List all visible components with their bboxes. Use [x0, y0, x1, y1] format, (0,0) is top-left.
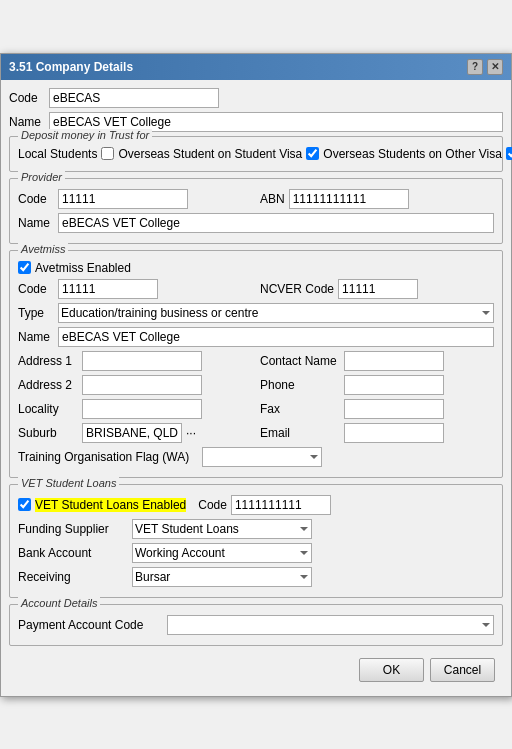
vet-receiving-select[interactable]: Bursar [132, 567, 312, 587]
avetmiss-suburb-col: Suburb ··· [18, 423, 252, 443]
provider-code-input[interactable] [58, 189, 188, 209]
provider-code-label: Code [18, 192, 54, 206]
avetmiss-suburb-input[interactable] [82, 423, 182, 443]
provider-code-col: Code [18, 189, 252, 209]
avetmiss-email-input[interactable] [344, 423, 444, 443]
cancel-button[interactable]: Cancel [430, 658, 495, 682]
vet-enabled-row: VET Student Loans Enabled Code [18, 495, 494, 515]
provider-abn-input[interactable] [289, 189, 409, 209]
avetmiss-enabled-checkbox[interactable] [18, 261, 31, 274]
overseas-other-label: Overseas Students on Other Visa [323, 147, 502, 161]
avetmiss-phone-input[interactable] [344, 375, 444, 395]
ok-button[interactable]: OK [359, 658, 424, 682]
provider-name-row: Name [18, 213, 494, 233]
vet-receiving-label: Receiving [18, 570, 128, 584]
provider-abn-col: ABN [260, 189, 494, 209]
account-label: Account Details [18, 597, 100, 609]
avetmiss-flag-select[interactable] [202, 447, 322, 467]
avetmiss-flag-row: Training Organisation Flag (WA) [18, 447, 494, 467]
avetmiss-name-row: Name [18, 327, 494, 347]
avetmiss-code-label: Code [18, 282, 54, 296]
overseas-visa-label: Overseas Student on Student Visa [118, 147, 302, 161]
avetmiss-addr1-row: Address 1 Contact Name [18, 351, 494, 371]
title-bar: 3.51 Company Details ? ✕ [1, 54, 511, 80]
avetmiss-group: Avetmiss Avetmiss Enabled Code NCVER Cod… [9, 250, 503, 478]
avetmiss-ncver-input[interactable] [338, 279, 418, 299]
deposit-label: Deposit money in Trust for [18, 129, 152, 141]
avetmiss-phone-label: Phone [260, 378, 340, 392]
close-button[interactable]: ✕ [487, 59, 503, 75]
avetmiss-suburb-label: Suburb [18, 426, 78, 440]
avetmiss-locality-input[interactable] [82, 399, 202, 419]
avetmiss-email-label: Email [260, 426, 340, 440]
payment-code-select[interactable] [167, 615, 494, 635]
provider-name-label: Name [18, 216, 54, 230]
provider-code-row: Code ABN [18, 189, 494, 209]
avetmiss-enabled-row: Avetmiss Enabled [18, 261, 494, 275]
avetmiss-code-col: Code [18, 279, 252, 299]
avetmiss-enabled-label: Avetmiss Enabled [35, 261, 131, 275]
avetmiss-fax-label: Fax [260, 402, 340, 416]
avetmiss-phone-col: Phone [260, 375, 494, 395]
code-label: Code [9, 91, 45, 105]
vet-enabled-label: VET Student Loans Enabled [35, 498, 186, 512]
avetmiss-suburb-row: Suburb ··· Email [18, 423, 494, 443]
vet-funding-label: Funding Supplier [18, 522, 128, 536]
avetmiss-code-input[interactable] [58, 279, 158, 299]
vet-bank-label: Bank Account [18, 546, 128, 560]
code-input[interactable] [49, 88, 219, 108]
avetmiss-name-label: Name [18, 330, 54, 344]
avetmiss-fax-input[interactable] [344, 399, 444, 419]
avetmiss-ncver-col: NCVER Code [260, 279, 494, 299]
vet-code-input[interactable] [231, 495, 331, 515]
avetmiss-addr2-col: Address 2 [18, 375, 252, 395]
help-button[interactable]: ? [467, 59, 483, 75]
overseas-other-checkbox[interactable] [506, 147, 512, 160]
title-bar-buttons: ? ✕ [467, 59, 503, 75]
account-group: Account Details Payment Account Code [9, 604, 503, 646]
avetmiss-contact-col: Contact Name [260, 351, 494, 371]
bottom-buttons: OK Cancel [9, 652, 503, 688]
avetmiss-type-label: Type [18, 306, 54, 320]
payment-code-row: Payment Account Code [18, 615, 494, 635]
vet-receiving-row: Receiving Bursar [18, 567, 494, 587]
avetmiss-locality-label: Locality [18, 402, 78, 416]
name-label: Name [9, 115, 45, 129]
vet-enabled-checkbox[interactable] [18, 498, 31, 511]
avetmiss-name-input[interactable] [58, 327, 494, 347]
deposit-group: Deposit money in Trust for Local Student… [9, 136, 503, 172]
avetmiss-email-col: Email [260, 423, 494, 443]
vet-bank-select[interactable]: Working Account [132, 543, 312, 563]
company-details-dialog: 3.51 Company Details ? ✕ Code Name Depos… [0, 53, 512, 697]
avetmiss-addr2-input[interactable] [82, 375, 202, 395]
deposit-row: Local Students Overseas Student on Stude… [18, 147, 494, 161]
payment-code-label: Payment Account Code [18, 618, 163, 632]
provider-abn-label: ABN [260, 192, 285, 206]
suburb-dots[interactable]: ··· [186, 426, 196, 440]
vet-funding-select[interactable]: VET Student Loans [132, 519, 312, 539]
avetmiss-locality-col: Locality [18, 399, 252, 419]
avetmiss-addr1-input[interactable] [82, 351, 202, 371]
dialog-title: 3.51 Company Details [9, 60, 133, 74]
vet-bank-row: Bank Account Working Account [18, 543, 494, 563]
dialog-content: Code Name Deposit money in Trust for Loc… [1, 80, 511, 696]
avetmiss-addr1-col: Address 1 [18, 351, 252, 371]
vet-code-label: Code [198, 498, 227, 512]
avetmiss-type-select[interactable]: Education/training business or centre [58, 303, 494, 323]
avetmiss-type-row: Type Education/training business or cent… [18, 303, 494, 323]
provider-label: Provider [18, 171, 65, 183]
avetmiss-contact-input[interactable] [344, 351, 444, 371]
vet-label: VET Student Loans [18, 477, 119, 489]
avetmiss-addr1-label: Address 1 [18, 354, 78, 368]
local-students-label: Local Students [18, 147, 97, 161]
avetmiss-code-row: Code NCVER Code [18, 279, 494, 299]
vet-group: VET Student Loans VET Student Loans Enab… [9, 484, 503, 598]
avetmiss-flag-label: Training Organisation Flag (WA) [18, 450, 198, 464]
avetmiss-contact-label: Contact Name [260, 354, 340, 368]
local-students-checkbox[interactable] [101, 147, 114, 160]
avetmiss-addr2-row: Address 2 Phone [18, 375, 494, 395]
vet-funding-row: Funding Supplier VET Student Loans [18, 519, 494, 539]
avetmiss-fax-col: Fax [260, 399, 494, 419]
overseas-visa-checkbox[interactable] [306, 147, 319, 160]
provider-name-input[interactable] [58, 213, 494, 233]
